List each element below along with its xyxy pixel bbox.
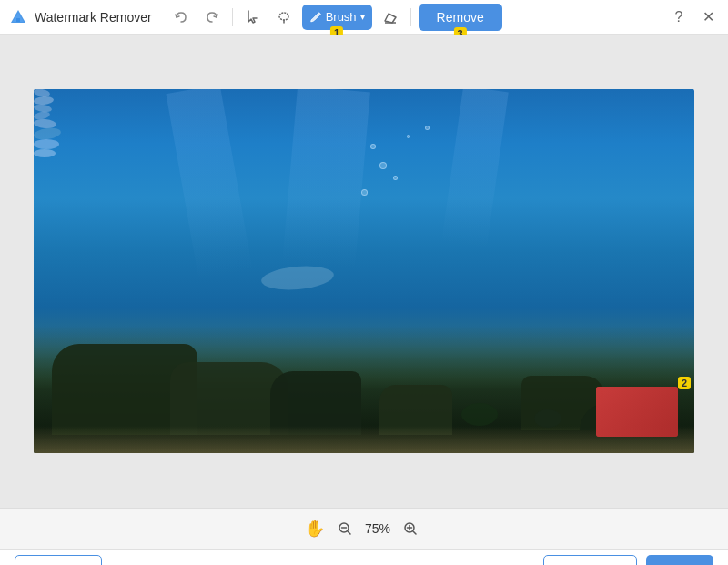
action-right: Crop & Save Save — [543, 555, 713, 565]
light-ray-1 — [167, 89, 268, 363]
bubble-1 — [379, 162, 387, 169]
app-title: Watermark Remover — [35, 10, 152, 25]
title-bar: Watermark Remover — [0, 0, 728, 35]
watermark-inner — [596, 387, 678, 437]
bubble-6 — [425, 126, 430, 130]
light-ray-2 — [276, 89, 370, 346]
undo-icon — [174, 10, 188, 25]
brush-chevron-icon: ▾ — [360, 12, 365, 22]
redo-icon — [205, 10, 219, 25]
app-logo-icon — [9, 8, 27, 26]
save-button[interactable]: Save — [646, 555, 713, 565]
eraser-tool-button[interactable] — [378, 5, 403, 30]
status-bar: ✋ 75% — [0, 508, 728, 549]
redo-button[interactable] — [199, 5, 225, 30]
bubble-3 — [370, 144, 376, 149]
brush-tool-button[interactable]: Brush ▾ — [302, 5, 372, 30]
svg-line-8 — [348, 531, 350, 534]
zoom-out-icon — [338, 521, 352, 536]
zoom-in-button[interactable] — [398, 516, 423, 541]
svg-marker-5 — [385, 14, 396, 23]
toolbar: Brush ▾ 1 Remove 3 — [168, 4, 502, 31]
select-tool-button[interactable] — [240, 5, 266, 30]
crop-save-button[interactable]: Crop & Save — [543, 555, 638, 565]
svg-line-11 — [413, 531, 416, 534]
image-canvas[interactable]: 2 — [34, 89, 694, 453]
hand-tool-icon[interactable]: ✋ — [305, 519, 325, 539]
help-button[interactable]: ? — [668, 6, 690, 28]
close-button[interactable]: ✕ — [697, 6, 719, 28]
bubble-4 — [407, 135, 410, 138]
fish-8 — [34, 149, 56, 157]
fish-7 — [34, 139, 59, 149]
brush-icon — [309, 11, 322, 24]
title-left: Watermark Remover — [9, 4, 502, 31]
main-area: 2 — [0, 35, 728, 508]
bubble-5 — [361, 189, 368, 196]
bubble-2 — [393, 176, 398, 180]
undo-button[interactable] — [168, 5, 194, 30]
zoom-value: 75% — [365, 521, 390, 536]
coral-2 — [534, 409, 561, 428]
svg-point-3 — [279, 13, 288, 20]
toolbar-separator-2 — [410, 8, 411, 26]
brush-tool-wrapper: Brush ▾ 1 — [302, 5, 372, 30]
coral-1 — [461, 403, 498, 426]
remove-button-wrapper: Remove 3 — [419, 4, 502, 31]
remove-button[interactable]: Remove — [419, 4, 502, 31]
watermark-area[interactable] — [596, 387, 678, 437]
eraser-icon — [383, 10, 398, 25]
svg-rect-2 — [16, 18, 20, 22]
new-image-button[interactable]: New Image — [15, 555, 102, 565]
brush-label: Brush — [326, 10, 357, 24]
zoom-controls: ✋ 75% — [305, 516, 423, 541]
underwater-background: 2 — [34, 89, 694, 453]
action-bar: New Image Crop & Save Save — [0, 549, 728, 565]
zoom-out-button[interactable] — [332, 516, 358, 541]
zoom-in-icon — [403, 521, 418, 536]
select-icon — [246, 10, 260, 25]
lasso-tool-button[interactable] — [271, 5, 297, 30]
title-right: ? ✕ — [668, 6, 719, 28]
toolbar-separator-1 — [232, 8, 233, 26]
lasso-icon — [277, 10, 291, 25]
light-ray-3 — [431, 89, 508, 318]
